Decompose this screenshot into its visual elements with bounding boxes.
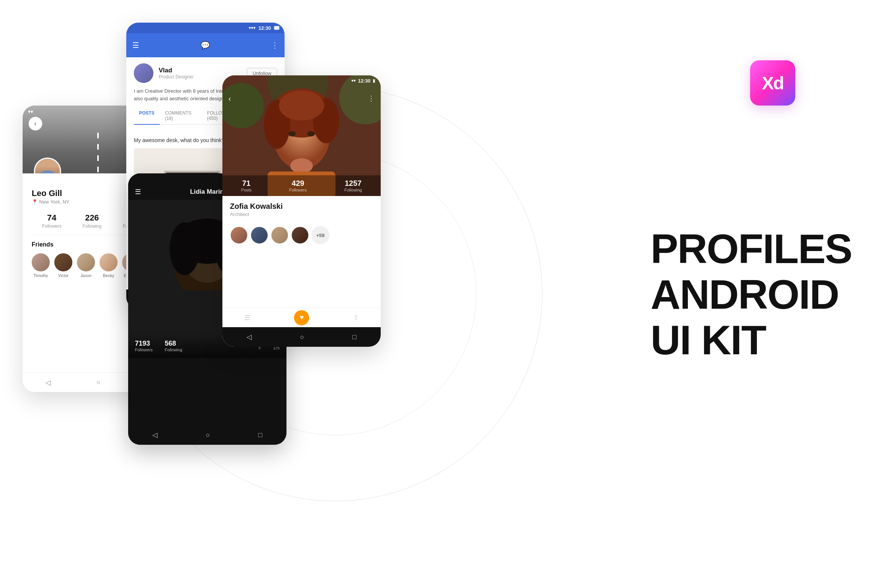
phone4-time: 12:30 (358, 78, 371, 84)
friend-item-jaxon[interactable]: Jaxon (77, 253, 95, 278)
phone2-time: 12:30 (259, 25, 271, 31)
phone2-avatar (134, 63, 153, 83)
title-line1: PROFILES (651, 226, 852, 271)
phone3-menu-icon[interactable]: ☰ (135, 188, 141, 196)
phone2-battery-icon (274, 26, 279, 30)
phone4-more-friends-button[interactable]: +59 (311, 226, 329, 244)
location-pin-icon: 📍 (32, 199, 38, 205)
title-line3: UI KIT (651, 317, 852, 363)
phone3-nav-back-icon[interactable]: ◁ (152, 431, 158, 439)
phone1-avatar-inner (35, 159, 60, 173)
friend-avatar-victor (54, 253, 72, 271)
phone4-followers-label: Followers (289, 188, 307, 192)
phone1-followers-label: Followers (32, 224, 72, 229)
phone4-friends-list: +59 (222, 226, 381, 244)
svg-point-31 (307, 131, 315, 136)
phone1-following-label: Following (72, 224, 112, 229)
phone4-share-icon[interactable]: ⇧ (353, 314, 359, 322)
phone4-posts-count: 71 (241, 179, 252, 188)
phone4-stat-followers: 429 Followers (289, 179, 307, 192)
phone1-stat-followers: 74 Followers (32, 213, 72, 229)
phone1-nav-home-icon[interactable]: ○ (96, 378, 101, 386)
phone2-username: Vlad (159, 67, 242, 74)
title-section: PROFILES ANDROID UI KIT (651, 226, 852, 363)
phone1-followers-count: 74 (32, 213, 72, 223)
friend-avatar-timothy (32, 253, 50, 271)
phone1-stat-following: 226 Following (72, 213, 112, 229)
friend-name-timothy: Timothy (34, 273, 48, 278)
phone3-nav-recents-icon[interactable]: □ (258, 431, 262, 439)
phone3-nav-home-icon[interactable]: ○ (206, 431, 210, 439)
phone1-following-count: 226 (72, 213, 112, 223)
friend-item-timothy[interactable]: Timothy (32, 253, 50, 278)
phone3-following-count: 568 (165, 340, 182, 348)
phone4-bottom-nav: ☰ ♥ ⇧ (222, 308, 381, 327)
friend-name-becky: Becky (103, 273, 114, 278)
phone3-followers-count: 7193 (135, 340, 153, 348)
phone4-user-title: Architect (230, 211, 373, 217)
phone1-nav-back-icon[interactable]: ◁ (46, 378, 51, 387)
phone1-back-button[interactable]: ‹ (29, 117, 42, 130)
phone4-zofia-kowalski: ▾▾ 12:30 ▮ ‹ ⋮ 71 Posts 429 Followers 12… (222, 75, 381, 347)
phone4-followers-count: 429 (289, 179, 307, 188)
phone4-stat-posts: 71 Posts (241, 179, 252, 192)
phone4-back-button[interactable]: ‹ (228, 94, 231, 103)
phone4-nav-back-icon[interactable]: ◁ (247, 333, 252, 341)
phone4-stat-following: 1257 Following (345, 179, 362, 192)
friend-name-jaxon: Jaxon (80, 273, 91, 278)
phone1-friends-title: Friends (32, 241, 54, 248)
phone4-heart-active-button[interactable]: ♥ (294, 310, 309, 325)
phone1-wifi-icon: ▾▾ (28, 109, 33, 115)
page-background: Xd PROFILES ANDROID UI KIT ▾▾ 12:30 ‹ ⇧ … (0, 0, 882, 588)
phone1-location-text: New York, NY (39, 199, 69, 205)
friend-avatar-becky (100, 253, 118, 271)
friend-name-victor: Victor (58, 273, 69, 278)
phone4-hero-image: ▾▾ 12:30 ▮ ‹ ⋮ 71 Posts 429 Followers 12… (222, 75, 381, 196)
phone4-nav-home-icon[interactable]: ○ (300, 333, 304, 341)
phone4-navigation: ◁ ○ □ (222, 327, 381, 347)
phone4-battery-icon: ▮ (373, 78, 375, 83)
xd-badge-icon: Xd (750, 60, 795, 106)
phone3-following-stat: 568 Following (165, 340, 182, 352)
phone3-username: Lidia Marin (190, 188, 224, 196)
phone4-friend-3[interactable] (271, 226, 289, 244)
friend-avatar-jaxon (77, 253, 95, 271)
phone4-menu-icon[interactable]: ☰ (244, 314, 250, 322)
phone4-nav-recents-icon[interactable]: □ (352, 333, 357, 341)
phone2-more-icon[interactable]: ⋮ (271, 41, 279, 50)
phone2-signal-icon: ▾▾▾ (249, 25, 256, 31)
phone2-post-title: My awesome desk, what do you think? 😎 (134, 137, 232, 143)
svg-point-29 (279, 90, 324, 121)
phone4-following-count: 1257 (345, 179, 362, 188)
phone4-more-button[interactable]: ⋮ (368, 94, 375, 103)
phone3-followers-label: Followers (135, 348, 153, 352)
phone4-following-label: Following (345, 188, 362, 192)
phone4-username: Zofia Kowalski (230, 202, 373, 211)
phone4-friend-1[interactable] (230, 226, 248, 244)
phone3-following-label: Following (165, 348, 182, 352)
phone4-stats-bar: 71 Posts 429 Followers 1257 Following (222, 175, 381, 196)
phone3-followers-stat: 7193 Followers (135, 340, 153, 352)
friend-item-victor[interactable]: Victor (54, 253, 72, 278)
xd-badge-label: Xd (762, 73, 783, 93)
phone4-friend-2[interactable] (250, 226, 268, 244)
friend-item-becky[interactable]: Becky (100, 253, 118, 278)
phone2-status-bar: ▾▾▾ 12:30 (126, 23, 285, 33)
phone4-status-bar: ▾▾ 12:30 ▮ (222, 75, 381, 86)
phone4-signal-icon: ▾▾ (351, 78, 356, 83)
phone2-topbar: ☰ 💬 ⋮ (126, 33, 285, 57)
svg-point-32 (290, 158, 313, 173)
phone1-avatar-body (38, 170, 57, 173)
title-line2: ANDROID (651, 271, 852, 317)
phone4-friend-4[interactable] (291, 226, 309, 244)
svg-point-18 (170, 222, 200, 275)
phone2-menu-icon[interactable]: ☰ (132, 41, 139, 50)
phone3-navigation: ◁ ○ □ (128, 425, 286, 445)
svg-point-30 (288, 131, 296, 136)
phone4-posts-label: Posts (241, 188, 252, 192)
phone2-message-icon[interactable]: 💬 (201, 41, 210, 50)
phone4-profile-section: Zofia Kowalski Architect (222, 196, 381, 221)
phone2-tab-comments[interactable]: COMMENTS (18) (160, 107, 202, 124)
phone2-tab-posts[interactable]: POSTS (134, 107, 160, 125)
